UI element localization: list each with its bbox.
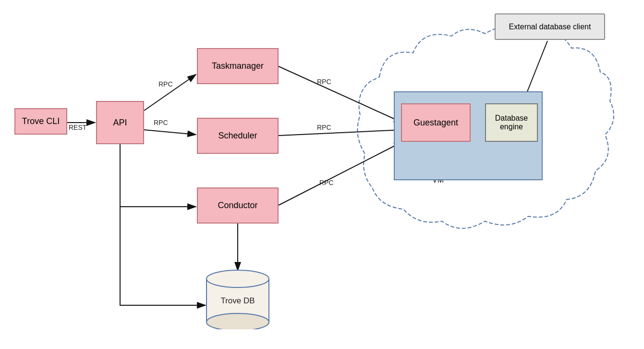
guestagent-label: Guestagent [413,118,458,128]
guestagent-box: Guestagent [401,103,471,142]
trove-db-svg: Trove DB [204,267,271,329]
conductor-box: Conductor [197,187,279,224]
scheduler-label: Scheduler [218,131,257,141]
taskmanager-box: Taskmanager [197,48,279,84]
rpc4-label: RPC [317,124,331,131]
rpc2-label: RPC [154,119,168,126]
svg-point-12 [207,313,269,329]
trove-db-container: Trove DB [204,267,271,329]
diagram: REST RPC RPC RPC RPC RPC VM Trove CLI AP… [0,0,644,349]
trove-cli-box: Trove CLI [14,108,67,135]
arrows-svg: REST RPC RPC RPC RPC RPC VM [0,0,644,349]
scheduler-box: Scheduler [197,118,279,154]
trove-cli-label: Trove CLI [22,116,60,126]
svg-text:Trove DB: Trove DB [220,296,255,305]
rpc3-label: RPC [317,78,331,86]
svg-line-5 [279,130,402,136]
svg-point-11 [207,270,269,287]
rpc1-label: RPC [158,80,173,88]
external-db-client-box: External database client [495,13,605,40]
api-label: API [113,118,127,128]
external-db-client-label: External database client [509,23,591,31]
svg-line-4 [279,66,402,123]
svg-line-6 [279,142,402,205]
rpc5-label: RPC [319,179,334,187]
svg-line-2 [144,75,196,111]
conductor-label: Conductor [218,200,257,211]
database-engine-box: Database engine [485,103,538,142]
taskmanager-label: Taskmanager [212,61,264,71]
api-box: API [96,101,144,144]
svg-line-3 [144,130,196,135]
rest-label: REST [69,124,87,131]
database-engine-label: Database engine [495,114,528,131]
